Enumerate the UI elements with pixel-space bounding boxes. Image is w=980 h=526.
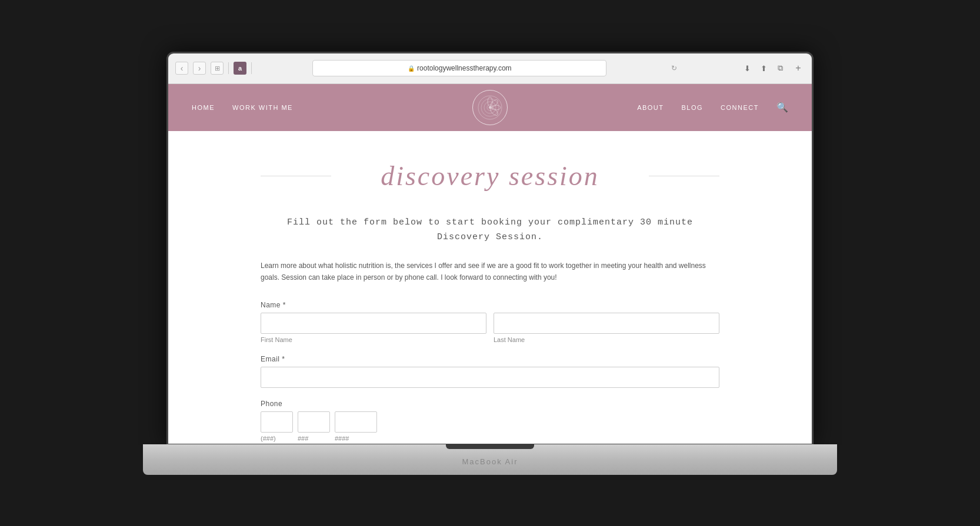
search-icon[interactable]: 🔍 [776,102,788,113]
nav-about[interactable]: ABOUT [637,104,664,111]
laptop-base: MacBook Air [143,444,837,475]
laptop-frame: ‹ › ⊞ a 🔒 rootologywellnesstherapy.com ↻… [166,52,814,475]
name-row: First Name Last Name [261,313,719,343]
logo-circle [472,90,508,125]
browser-actions: ⬇ ⬆ ⧉ [741,62,787,75]
share-button[interactable]: ⬆ [758,62,771,75]
nav-blog[interactable]: BLOG [682,104,704,111]
phone-group: Phone (###) ### [261,400,719,442]
nav-home[interactable]: HOME [192,104,215,111]
phone-number-label: #### [335,435,377,442]
url-text: rootologywellnesstherapy.com [417,64,512,72]
phone-prefix-wrap: ### [298,411,330,442]
lock-icon: 🔒 [408,65,415,72]
name-label: Name * [261,301,719,309]
favicon: a [234,62,246,75]
nav-divider-2 [251,62,252,74]
phone-number-wrap: #### [335,411,377,442]
email-group: Email * [261,355,719,388]
refresh-button[interactable]: ↻ [668,62,681,75]
nav-right-links: ABOUT BLOG CONNECT 🔍 [521,102,789,113]
first-name-label: First Name [261,336,486,343]
phone-label: Phone [261,400,719,408]
phone-area-input[interactable] [261,411,293,433]
svg-point-8 [489,106,491,109]
nav-work-with-me[interactable]: WORK WITH ME [232,104,293,111]
phone-area-wrap: (###) [261,411,293,442]
new-tab-button[interactable]: ⧉ [774,62,787,75]
phone-prefix-input[interactable] [298,411,330,433]
subtitle-section: Fill out the form below to start booking… [261,215,719,245]
tab-overview-button[interactable]: ⊞ [211,62,224,75]
title-line-right [649,176,719,176]
website-content: HOME WORK WITH ME [168,84,812,444]
last-name-label: Last Name [494,336,719,343]
browser-chrome: ‹ › ⊞ a 🔒 rootologywellnesstherapy.com ↻… [168,53,812,84]
nav-left-links: HOME WORK WITH ME [192,104,459,111]
first-name-wrap: First Name [261,313,486,343]
back-button[interactable]: ‹ [175,62,188,75]
subtitle-line2: Discovery Session. [261,230,719,245]
forward-button[interactable]: › [193,62,206,75]
phone-prefix-label: ### [298,435,330,442]
add-tab-button[interactable]: + [792,62,805,75]
last-name-wrap: Last Name [494,313,719,343]
name-group: Name * First Name Last Name [261,301,719,343]
screen-bezel: ‹ › ⊞ a 🔒 rootologywellnesstherapy.com ↻… [166,52,814,445]
email-label: Email * [261,355,719,363]
last-name-input[interactable] [494,313,719,334]
email-input[interactable] [261,367,719,388]
title-section: discovery session [261,160,719,192]
phone-number-input[interactable] [335,411,377,433]
url-bar[interactable]: 🔒 rootologywellnesstherapy.com [312,60,606,76]
page-content: discovery session Fill out the form belo… [225,131,755,444]
phone-area-label: (###) [261,435,293,442]
laptop-notch [446,444,534,449]
nav-divider [228,62,229,74]
booking-form: Name * First Name Last Name [261,301,719,442]
macbook-label: MacBook Air [462,457,518,466]
logo-inner [475,93,505,122]
nav-connect[interactable]: CONNECT [721,104,759,111]
first-name-input[interactable] [261,313,486,334]
title-line-left [261,176,331,176]
description-text: Learn more about what holistic nutrition… [261,260,719,284]
download-button[interactable]: ⬇ [741,62,754,75]
phone-row: (###) ### #### [261,411,719,442]
subtitle-line1: Fill out the form below to start booking… [261,215,719,230]
logo-svg [477,95,503,120]
site-navigation: HOME WORK WITH ME [168,84,812,131]
nav-logo[interactable] [471,88,509,126]
